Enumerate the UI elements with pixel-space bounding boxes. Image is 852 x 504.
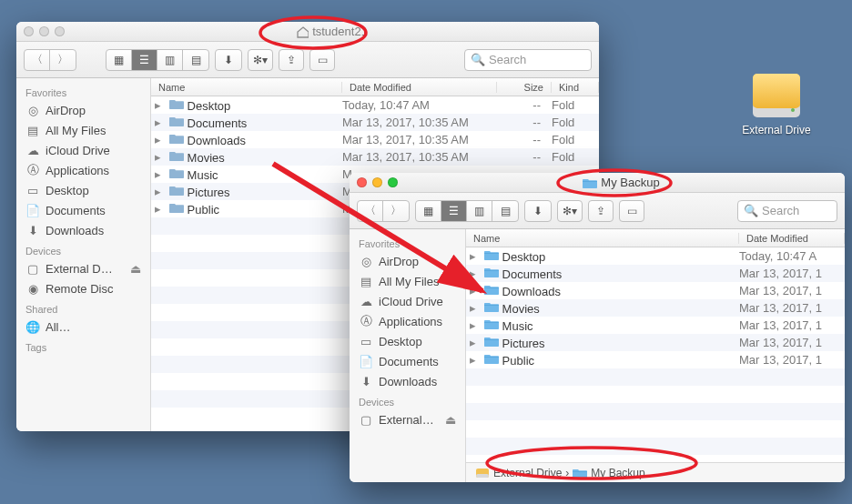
sidebar-item-downloads[interactable]: ⬇Downloads	[350, 371, 465, 391]
nav-buttons[interactable]: 〈〉	[24, 49, 76, 71]
col-name[interactable]: Name	[466, 233, 739, 244]
view-switcher[interactable]: ▦ ☰ ▥ ▤	[106, 49, 209, 71]
disclosure-icon[interactable]: ▸	[466, 353, 479, 367]
back-button[interactable]: 〈	[25, 50, 50, 70]
sidebar-item-documents[interactable]: 📄Documents	[16, 200, 150, 220]
table-row[interactable]: ▸ DocumentsMar 13, 2017, 1	[466, 265, 845, 282]
gallery-view-button[interactable]: ▤	[492, 201, 518, 221]
action-button[interactable]: ✻▾	[557, 200, 583, 222]
sidebar-item-iclouddrive[interactable]: ☁iCloud Drive	[16, 140, 150, 160]
path-segment[interactable]: My Backup	[591, 467, 644, 479]
drive-icon: ▢	[25, 261, 40, 276]
table-row[interactable]: ▸ MoviesMar 13, 2017, 1	[466, 299, 845, 317]
cell-date: Mar 13, 2017, 1	[734, 301, 845, 315]
path-bar[interactable]: External Drive › My Backup	[466, 462, 845, 482]
cell-name: Desktop	[479, 248, 734, 264]
sidebar-item-allmyfiles[interactable]: ▤All My Files	[16, 120, 150, 140]
tags-button[interactable]: ▭	[619, 200, 644, 222]
icon-view-button[interactable]: ▦	[416, 201, 441, 221]
close-dot[interactable]	[357, 177, 367, 187]
disclosure-icon[interactable]: ▸	[466, 336, 479, 349]
share-button[interactable]: ⇪	[588, 200, 614, 222]
sidebar-item-airdrop[interactable]: ◎AirDrop	[16, 100, 150, 120]
column-view-button[interactable]: ▥	[467, 201, 492, 221]
action-button[interactable]: ✻▾	[248, 49, 273, 71]
eject-icon[interactable]: ⏏	[130, 262, 141, 276]
column-headers[interactable]: Name Date Modified Size Kind	[151, 78, 599, 96]
search-field[interactable]: 🔍 Search	[737, 200, 837, 222]
table-row[interactable]: ▸ DownloadsMar 13, 2017, 10:35 AM--Fold	[151, 131, 599, 148]
minimize-dot[interactable]	[372, 177, 382, 187]
table-row[interactable]: ▸ PicturesMar 13, 2017, 1	[466, 334, 845, 351]
sidebar[interactable]: Favorites ◎AirDrop ▤All My Files ☁iCloud…	[350, 229, 466, 482]
search-field[interactable]: 🔍 Search	[464, 49, 592, 71]
disclosure-icon[interactable]: ▸	[151, 202, 164, 216]
disclosure-icon[interactable]: ▸	[466, 301, 479, 315]
sidebar-item-iclouddrive[interactable]: ☁iCloud Drive	[350, 291, 465, 311]
gallery-view-button[interactable]: ▤	[183, 50, 208, 70]
list-view-button[interactable]: ☰	[132, 50, 157, 70]
zoom-dot[interactable]	[55, 26, 65, 36]
zoom-dot[interactable]	[388, 177, 398, 187]
cell-date: Mar 13, 2017, 1	[734, 353, 845, 367]
disclosure-icon[interactable]: ▸	[151, 167, 164, 181]
sidebar-item-external[interactable]: ▢External…⏏	[350, 409, 465, 429]
disclosure-icon[interactable]: ▸	[151, 116, 164, 129]
forward-button[interactable]: 〉	[383, 201, 409, 221]
window-titlebar[interactable]: My Backup	[350, 173, 845, 193]
table-row[interactable]: ▸ DesktopToday, 10:47 A	[466, 247, 845, 265]
table-row[interactable]: ▸ PublicMar 13, 2017, 1	[466, 351, 845, 368]
forward-button[interactable]: 〉	[50, 50, 76, 70]
file-rows[interactable]: ▸ DesktopToday, 10:47 A▸ DocumentsMar 13…	[466, 247, 845, 462]
disclosure-icon[interactable]: ▸	[466, 284, 479, 297]
share-button[interactable]: ⇪	[279, 49, 304, 71]
table-row[interactable]: ▸ MoviesMar 13, 2017, 10:35 AM--Fold	[151, 148, 599, 166]
desktop-external-drive[interactable]: External Drive	[731, 68, 822, 136]
disclosure-icon[interactable]: ▸	[466, 318, 479, 332]
disclosure-icon[interactable]: ▸	[151, 150, 164, 164]
close-dot[interactable]	[24, 26, 34, 36]
sidebar-item-desktop[interactable]: ▭Desktop	[350, 331, 465, 351]
table-row[interactable]: ▸ DesktopToday, 10:47 AM--Fold	[151, 96, 599, 114]
sidebar-item-external[interactable]: ▢External D…⏏	[16, 258, 150, 278]
col-size[interactable]: Size	[497, 82, 552, 93]
sidebar-item-desktop[interactable]: ▭Desktop	[16, 180, 150, 200]
cell-name: Desktop	[164, 97, 337, 113]
arrange-button[interactable]: ⬇︎	[524, 200, 552, 222]
window-titlebar[interactable]: tstudent21	[16, 22, 599, 42]
arrange-button[interactable]: ⬇︎	[215, 49, 242, 71]
table-row[interactable]: ▸ DocumentsMar 13, 2017, 10:35 AM--Fold	[151, 114, 599, 131]
list-view-button[interactable]: ☰	[441, 201, 467, 221]
back-button[interactable]: 〈	[358, 201, 383, 221]
col-date[interactable]: Date Modified	[342, 82, 497, 93]
path-segment[interactable]: External Drive	[493, 467, 562, 479]
minimize-dot[interactable]	[39, 26, 49, 36]
disclosure-icon[interactable]: ▸	[466, 267, 479, 280]
sidebar-item-allmyfiles[interactable]: ▤All My Files	[350, 271, 465, 291]
sidebar-item-downloads[interactable]: ⬇Downloads	[16, 220, 150, 240]
column-view-button[interactable]: ▥	[157, 50, 183, 70]
sidebar-item-remotedisc[interactable]: ◉Remote Disc	[16, 278, 150, 298]
disclosure-icon[interactable]: ▸	[151, 185, 164, 198]
disclosure-icon[interactable]: ▸	[151, 133, 164, 146]
sidebar-item-documents[interactable]: 📄Documents	[350, 351, 465, 371]
table-row[interactable]: ▸ DownloadsMar 13, 2017, 1	[466, 282, 845, 299]
view-switcher[interactable]: ▦ ☰ ▥ ▤	[415, 200, 519, 222]
col-kind[interactable]: Kind	[552, 82, 599, 93]
sidebar-item-airdrop[interactable]: ◎AirDrop	[350, 251, 465, 271]
sidebar-item-applications[interactable]: ⒶApplications	[16, 160, 150, 180]
nav-buttons[interactable]: 〈〉	[357, 200, 410, 222]
table-row[interactable]: ▸ MusicMar 13, 2017, 1	[466, 317, 845, 334]
column-headers[interactable]: Name Date Modified	[466, 229, 845, 247]
col-date[interactable]: Date Modified	[739, 233, 845, 244]
eject-icon[interactable]: ⏏	[445, 413, 456, 427]
disclosure-icon[interactable]: ▸	[151, 98, 164, 112]
finder-window-backup[interactable]: My Backup 〈〉 ▦ ☰ ▥ ▤ ⬇︎ ✻▾ ⇪ ▭ 🔍 Search …	[350, 173, 845, 482]
tags-button[interactable]: ▭	[309, 49, 335, 71]
sidebar-item-applications[interactable]: ⒶApplications	[350, 311, 465, 331]
sidebar-item-all[interactable]: 🌐All…	[16, 317, 150, 337]
col-name[interactable]: Name	[151, 82, 342, 93]
icon-view-button[interactable]: ▦	[106, 50, 132, 70]
disclosure-icon[interactable]: ▸	[466, 249, 479, 263]
sidebar[interactable]: Favorites ◎AirDrop ▤All My Files ☁iCloud…	[16, 78, 151, 431]
